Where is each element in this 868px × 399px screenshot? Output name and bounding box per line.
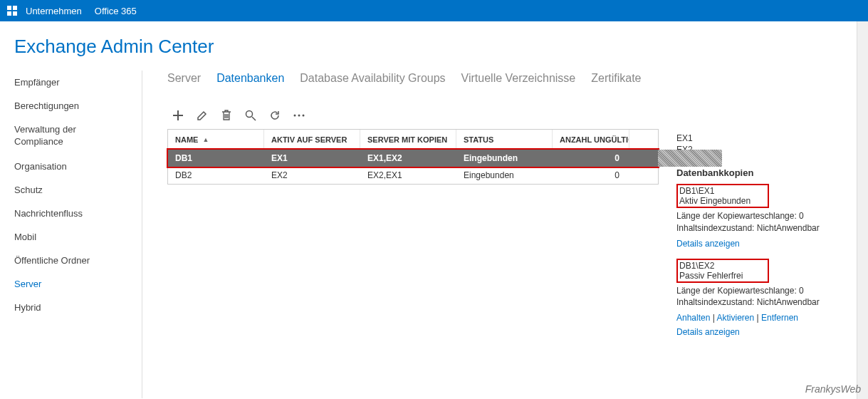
cell-anzahl: 0 bbox=[553, 153, 629, 163]
details-pane: EX1 EX2 Datenbankkopien DB1\EX1 Aktiv Ei… bbox=[676, 99, 854, 347]
copy-queue: Länge der Kopiewarteschlange: 0 bbox=[676, 285, 854, 297]
col-aktiv[interactable]: AKTIV AUF SERVER bbox=[264, 130, 360, 149]
svg-rect-3 bbox=[13, 11, 17, 16]
office-logo-icon bbox=[6, 4, 19, 17]
refresh-icon[interactable] bbox=[268, 109, 281, 122]
cell-aktiv: EX2 bbox=[264, 170, 360, 180]
toolbar bbox=[167, 99, 659, 129]
sidebar: Empfänger Berechtigungen Verwaltung derC… bbox=[0, 71, 142, 398]
tab-datenbanken[interactable]: Datenbanken bbox=[216, 72, 284, 85]
copy-state: Aktiv Eingebunden bbox=[679, 196, 765, 206]
cell-name: DB2 bbox=[168, 170, 264, 180]
cell-aktiv: EX1 bbox=[264, 153, 360, 163]
tabs: Server Datenbanken Database Availability… bbox=[167, 71, 861, 99]
grid-header: NAME AKTIV AUF SERVER SERVER MIT KOPIEN … bbox=[168, 130, 658, 150]
grid-body: DB1 EX1 EX1,EX2 Eingebunden 0 DB2 EX2 EX… bbox=[168, 150, 658, 184]
copy-state: Passiv Fehlerfrei bbox=[679, 271, 765, 281]
svg-rect-0 bbox=[7, 6, 11, 10]
sidebar-item-berechtigungen[interactable]: Berechtigungen bbox=[0, 94, 142, 118]
detail-heading: Datenbankkopien bbox=[676, 167, 854, 178]
action-aktivieren[interactable]: Aktivieren bbox=[717, 313, 755, 323]
sidebar-item-oeffentliche-ordner[interactable]: Öffentliche Ordner bbox=[0, 249, 142, 272]
sidebar-item-schutz[interactable]: Schutz bbox=[0, 178, 142, 202]
svg-point-5 bbox=[294, 115, 296, 117]
svg-point-6 bbox=[298, 115, 300, 117]
copy-index: Inhaltsindexzustand: NichtAnwendbar bbox=[676, 296, 854, 309]
cell-anzahl: 0 bbox=[553, 170, 629, 180]
details-link[interactable]: Details anzeigen bbox=[676, 239, 740, 249]
table-row[interactable]: DB1 EX1 EX1,EX2 Eingebunden 0 bbox=[168, 150, 658, 167]
page-title: Exchange Admin Center bbox=[0, 21, 868, 71]
sidebar-item-server[interactable]: Server bbox=[0, 272, 142, 296]
sidebar-item-mobil[interactable]: Mobil bbox=[0, 225, 142, 249]
tab-dag[interactable]: Database Availability Groups bbox=[300, 72, 445, 85]
col-kopien[interactable]: SERVER MIT KOPIEN bbox=[360, 130, 456, 149]
copy-title: DB1\EX2 bbox=[679, 261, 765, 271]
cell-status: Eingebunden bbox=[456, 153, 553, 163]
cell-kopien: EX1,EX2 bbox=[360, 153, 456, 163]
add-icon[interactable] bbox=[172, 109, 184, 122]
search-icon[interactable] bbox=[244, 109, 257, 122]
top-bar: Unternehmen Office 365 bbox=[0, 0, 868, 21]
topnav-office365[interactable]: Office 365 bbox=[95, 6, 137, 16]
svg-point-4 bbox=[246, 111, 253, 118]
svg-point-7 bbox=[303, 115, 305, 117]
delete-icon[interactable] bbox=[220, 109, 233, 122]
detail-server: EX1 bbox=[676, 133, 854, 143]
tab-zertifikate[interactable]: Zertifikate bbox=[591, 72, 641, 85]
copy-queue: Länge der Kopiewarteschlange: 0 bbox=[676, 210, 854, 222]
sidebar-item-hybrid[interactable]: Hybrid bbox=[0, 296, 142, 319]
sidebar-item-nachrichtenfluss[interactable]: Nachrichtenfluss bbox=[0, 202, 142, 225]
details-link[interactable]: Details anzeigen bbox=[676, 327, 740, 337]
cell-name: DB1 bbox=[168, 153, 264, 163]
sidebar-item-compliance[interactable]: Verwaltung derCompliance bbox=[0, 118, 142, 155]
table-area: NAME AKTIV AUF SERVER SERVER MIT KOPIEN … bbox=[167, 99, 659, 347]
action-entfernen[interactable]: Entfernen bbox=[761, 313, 798, 323]
svg-rect-1 bbox=[13, 6, 17, 10]
cell-status: Eingebunden bbox=[456, 170, 553, 180]
sidebar-item-empfaenger[interactable]: Empfänger bbox=[0, 71, 142, 94]
more-icon[interactable] bbox=[293, 109, 305, 122]
vertical-scrollbar[interactable] bbox=[857, 21, 868, 399]
copy-title: DB1\EX1 bbox=[679, 186, 765, 196]
col-blank bbox=[629, 130, 658, 149]
content-area: Server Datenbanken Database Availability… bbox=[142, 71, 868, 398]
action-anhalten[interactable]: Anhalten bbox=[676, 313, 710, 323]
sidebar-item-organisation[interactable]: Organisation bbox=[0, 155, 142, 178]
watermark: FrankysWeb bbox=[805, 383, 861, 395]
col-name[interactable]: NAME bbox=[168, 130, 264, 149]
svg-rect-2 bbox=[7, 11, 11, 16]
tab-virtuelle-verzeichnisse[interactable]: Virtuelle Verzeichnisse bbox=[461, 72, 576, 85]
edit-icon[interactable] bbox=[196, 109, 209, 122]
tab-server[interactable]: Server bbox=[167, 72, 201, 85]
col-anzahl[interactable]: ANZAHL UNGÜLTIGER... bbox=[553, 130, 629, 149]
topnav-unternehmen[interactable]: Unternehmen bbox=[26, 6, 82, 16]
db-copy-block: DB1\EX2 Passiv Fehlerfrei Länge der Kopi… bbox=[676, 259, 854, 338]
db-copy-block: DB1\EX1 Aktiv Eingebunden Länge der Kopi… bbox=[676, 184, 854, 249]
copy-index: Inhaltsindexzustand: NichtAnwendbar bbox=[676, 222, 854, 234]
grid: NAME AKTIV AUF SERVER SERVER MIT KOPIEN … bbox=[167, 129, 659, 185]
table-row[interactable]: DB2 EX2 EX2,EX1 Eingebunden 0 bbox=[168, 167, 658, 184]
cell-kopien: EX2,EX1 bbox=[360, 170, 456, 180]
col-status[interactable]: STATUS bbox=[456, 130, 553, 149]
